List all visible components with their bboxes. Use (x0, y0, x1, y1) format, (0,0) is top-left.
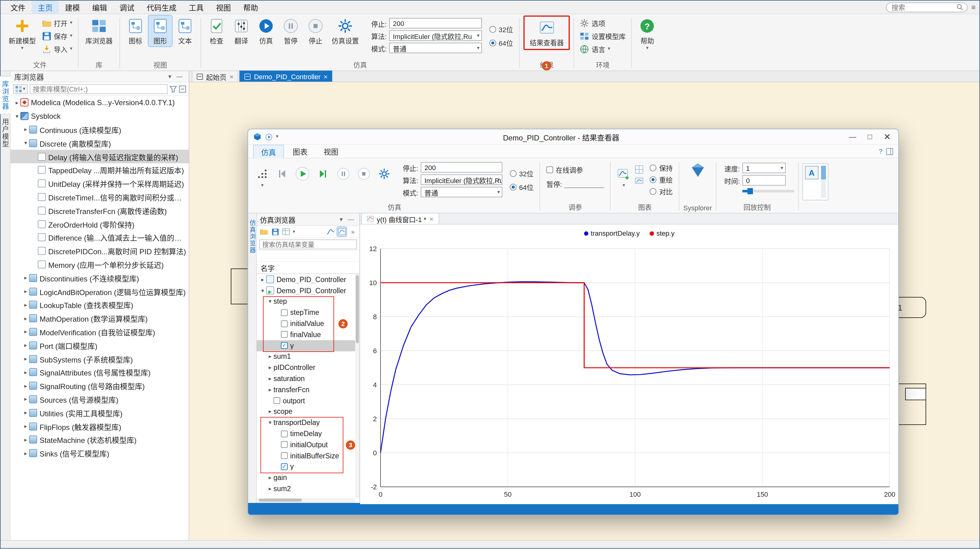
variable-checkbox[interactable] (274, 397, 280, 404)
library-tree-item[interactable]: Sysblock (11, 110, 189, 123)
simulation-tree-item[interactable]: finalValue (257, 329, 360, 340)
library-tree-item[interactable]: Discrete (离散模型库) (11, 137, 189, 150)
chart-export-icon[interactable] (635, 176, 644, 185)
view-mode-button[interactable]: 图标 (124, 16, 147, 46)
expand-arrow-icon[interactable] (22, 450, 29, 456)
view-mode-button[interactable]: 文本 (173, 16, 197, 46)
panel-layout-icon[interactable] (886, 148, 893, 155)
menu-item[interactable]: 调试 (113, 1, 140, 14)
new-curve-window-icon[interactable] (615, 164, 633, 183)
slider-thumb[interactable] (748, 188, 753, 194)
chevron-down-icon[interactable]: ▾ (261, 184, 264, 188)
expand-arrow-icon[interactable] (22, 315, 29, 321)
menu-item[interactable]: 工具 (183, 1, 210, 14)
name-column-header[interactable]: 名字 (261, 263, 275, 272)
simulation-tree-item[interactable]: y (257, 340, 360, 352)
expand-arrow-icon[interactable] (22, 383, 29, 389)
expand-arrow-icon[interactable] (22, 275, 29, 281)
simulation-tree-item[interactable]: step (257, 296, 360, 307)
chevron-down-icon[interactable]: ▾ (276, 135, 278, 138)
mode-select[interactable]: 普通 (421, 187, 503, 197)
translate-button[interactable]: 翻译 (229, 16, 253, 46)
bitness-radio[interactable]: 64位 (510, 182, 534, 192)
expand-arrow-icon[interactable] (22, 288, 29, 294)
menu-item[interactable]: 视图 (210, 1, 237, 14)
speed-select[interactable]: 1 (743, 163, 786, 173)
simulation-tree-item[interactable]: transportDelay (257, 417, 360, 428)
menu-item[interactable]: 文件 (4, 1, 32, 14)
menu-item[interactable]: 编辑 (86, 1, 113, 14)
simulation-tree-item[interactable]: outport (257, 395, 360, 406)
library-tree-item[interactable]: MathOperation (数学运算模型库) (11, 312, 189, 325)
sim-settings-button[interactable]: 仿真设置 (329, 16, 362, 46)
expand-arrow-icon[interactable] (22, 369, 29, 376)
pause-icon[interactable] (334, 164, 353, 183)
algorithm-select[interactable]: ImplicitEuler (隐式欧拉,Ru (389, 30, 482, 41)
filter-icon[interactable] (170, 85, 177, 92)
library-tree-item[interactable]: DiscretePIDCon...离散时间 PID 控制算法) (11, 244, 189, 258)
bitness-radio[interactable]: 32位 (489, 24, 513, 34)
simulation-tree-item[interactable]: initialBufferSize (257, 450, 360, 461)
variable-checkbox[interactable] (281, 331, 288, 338)
scrollbar-thumb[interactable] (356, 275, 359, 343)
stop-time-input[interactable]: 200 (421, 162, 503, 173)
simulate-button[interactable]: 仿真 (254, 16, 278, 46)
dock-tab[interactable]: 库浏览器 (0, 76, 11, 115)
open-button[interactable]: 打开▾ (40, 18, 74, 29)
library-tree-item[interactable]: TappedDelay ...周期并输出所有延迟版本) (11, 163, 189, 177)
expand-arrow-icon[interactable] (267, 485, 274, 492)
draw-mode-radio[interactable]: 对比 (650, 186, 673, 196)
expand-arrow-icon[interactable] (267, 364, 274, 371)
minimize-button[interactable]: — (844, 130, 861, 143)
variable-checkbox[interactable] (281, 430, 288, 437)
legend-item[interactable]: transportDelay.y (584, 229, 640, 237)
table-view-icon[interactable] (282, 227, 291, 236)
sysplorer-button[interactable] (686, 159, 710, 180)
style-scrollbar[interactable] (821, 166, 826, 198)
bitness-radio[interactable]: 32位 (510, 168, 534, 178)
pause-time-input[interactable] (565, 180, 604, 188)
stop-time-input[interactable]: 200 (389, 18, 482, 29)
bitness-radio[interactable]: 64位 (489, 38, 513, 48)
expand-arrow-icon[interactable] (14, 113, 21, 119)
expand-arrow-icon[interactable] (259, 277, 266, 283)
document-tab[interactable]: Demo_PID_Controller × (240, 70, 332, 82)
expand-arrow-icon[interactable] (22, 140, 29, 146)
library-tree-item[interactable]: Memory (应用一个单积分步长延迟) (11, 258, 189, 271)
expand-arrow-icon[interactable] (267, 376, 274, 382)
online-tune-checkbox[interactable]: 在线调参 (547, 164, 583, 175)
minimize-panel-icon[interactable]: — (174, 73, 185, 80)
simulation-tree-item[interactable]: gain (257, 472, 360, 484)
expand-arrow-icon[interactable] (267, 474, 274, 481)
gear-icon[interactable] (375, 164, 393, 183)
expand-arrow-icon[interactable] (22, 437, 29, 443)
options-button[interactable]: 选项 (578, 18, 628, 29)
global-search[interactable] (886, 2, 967, 12)
save-result-icon[interactable] (270, 227, 280, 236)
quick-play-icon[interactable] (266, 133, 272, 140)
expand-arrow-icon[interactable] (267, 420, 274, 426)
chevron-down-icon[interactable]: ▾ (293, 230, 295, 234)
library-tree-item[interactable]: Utilities (实用工具模型库) (11, 406, 189, 420)
expand-arrow-icon[interactable] (22, 342, 29, 348)
vertical-scrollbar[interactable] (355, 274, 360, 498)
simulation-tree-item[interactable]: pIDController (257, 362, 360, 373)
result-variable-search-input[interactable] (259, 239, 357, 249)
curve-icon[interactable] (326, 227, 336, 236)
expand-arrow-icon[interactable] (22, 302, 29, 308)
font-style-icon[interactable]: A (805, 166, 819, 180)
close-tab-icon[interactable]: × (430, 215, 433, 223)
plot-region[interactable]: transportDelay.y step.y -2024681012050 (360, 224, 898, 504)
library-tree-item[interactable]: SignalAttributes (信号属性模型库) (11, 366, 189, 379)
draw-mode-radio[interactable]: 重绘 (650, 175, 673, 185)
mode-select[interactable]: 普通 (389, 43, 482, 53)
maximize-button[interactable]: □ (861, 130, 878, 143)
chevron-down-icon[interactable]: ▾ (337, 216, 345, 223)
scrollbar-thumb[interactable] (259, 498, 302, 502)
simulation-tree-item[interactable]: stepTime (257, 307, 360, 318)
close-tab-icon[interactable]: × (229, 73, 234, 80)
library-tree-item[interactable]: StateMachine (状态机模型库) (11, 433, 189, 447)
time-input[interactable]: 0 (743, 175, 786, 186)
variable-checkbox[interactable] (281, 342, 288, 349)
expand-arrow-icon[interactable] (22, 396, 29, 403)
